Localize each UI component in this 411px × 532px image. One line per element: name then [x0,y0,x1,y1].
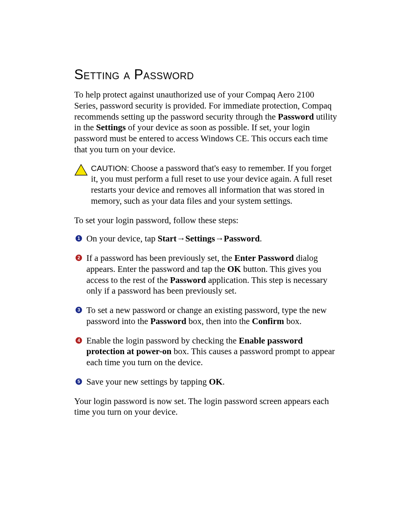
step-number-icon: 4 [74,337,83,345]
document-page: Setting a Password To help protect again… [0,0,411,532]
step-text-bold: Password [170,275,206,285]
step-item: 1On your device, tap Start→Settings→Pass… [74,233,339,244]
arrow-icon: → [177,234,185,243]
svg-text:5: 5 [78,379,80,384]
caution-block: CAUTION: Choose a password that's easy t… [74,163,339,207]
step-text-bold: Password [150,316,186,326]
step-item: 4Enable the login password by checking t… [74,335,339,368]
step-item: 3To set a new password or change an exis… [74,305,339,327]
intro-paragraph: To help protect against unauthorized use… [74,89,339,155]
step-text-bold: Confirm [252,316,284,326]
step-text-bold: OK [209,377,223,387]
step-text-bold: OK [227,264,241,274]
steps-list: 1On your device, tap Start→Settings→Pass… [74,233,339,387]
svg-text:4: 4 [78,338,80,343]
svg-text:1: 1 [78,236,80,241]
step-text: On your device, tap Start→Settings→Passw… [86,233,262,244]
steps-intro: To set your login password, follow these… [74,215,339,226]
step-text-run: Enable the login password by checking th… [86,336,239,345]
closing-paragraph: Your login password is now set. The logi… [74,396,339,418]
step-text-bold: Password [224,234,260,243]
step-text: Enable the login password by checking th… [86,335,339,368]
step-text: Save your new settings by tapping OK. [86,377,225,388]
caution-triangle-icon [74,164,90,177]
step-text-run: On your device, tap [86,234,158,243]
step-text-bold: Start [158,234,177,243]
step-text-bold: Enter Password [234,253,294,263]
step-number-icon: 5 [74,378,83,386]
step-text-run: box. [284,316,301,326]
page-heading: Setting a Password [74,67,339,83]
step-text-bold: Settings [185,234,215,243]
intro-bold-2: Settings [96,123,126,132]
caution-label: CAUTION: [91,164,129,173]
step-number-icon: 2 [74,254,83,262]
caution-text: CAUTION: Choose a password that's easy t… [91,163,339,207]
step-text: If a password has been previously set, t… [86,253,339,297]
step-number-icon: 3 [74,307,83,314]
arrow-icon: → [215,234,224,243]
step-text-run: . [260,234,262,243]
step-item: 5Save your new settings by tapping OK. [74,377,339,388]
step-text-run: . [223,377,225,387]
step-number-icon: 1 [74,235,83,243]
step-text: To set a new password or change an exist… [86,305,339,327]
step-text-run: Save your new settings by tapping [86,377,209,387]
svg-text:2: 2 [78,255,80,260]
step-item: 2If a password has been previously set, … [74,253,339,297]
svg-text:3: 3 [78,307,80,313]
intro-bold-1: Password [278,112,314,121]
step-text-run: box, then into the [186,316,252,326]
step-text-run: If a password has been previously set, t… [86,253,234,263]
svg-marker-0 [75,165,87,175]
